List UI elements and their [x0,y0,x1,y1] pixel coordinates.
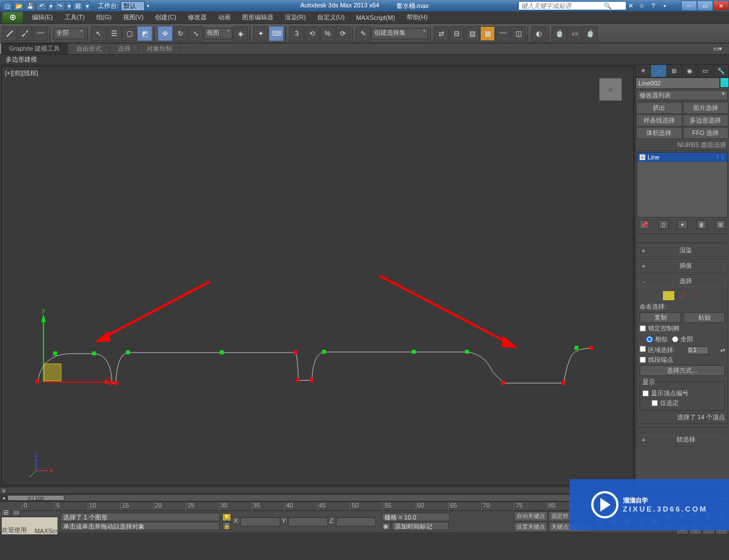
ribbon-tab-graphite[interactable]: Graphite 建模工具 [0,43,68,54]
stack-item-menu-icon[interactable]: ⋮⋮ [715,154,725,160]
align-icon[interactable]: ⊟ [449,26,464,41]
render-setup-icon[interactable]: 🍵 [552,26,567,41]
application-button[interactable]: ⦿ [2,12,23,23]
motion-tab-icon[interactable]: ◉ [682,65,698,77]
spline-subobj-icon[interactable]: 〰 [690,291,702,300]
nurbs-surf-sel[interactable]: NURBS 曲面选择 [636,140,728,151]
menu-customize[interactable]: 自定义(U) [312,12,350,23]
mirror-icon[interactable]: ⇄ [434,26,449,41]
region-select-row[interactable]: 区域选择: 0.1▴▾ [640,346,725,354]
expand-icon[interactable]: + [640,154,645,160]
menu-modifiers[interactable]: 修改器 [182,12,212,23]
time-slider-thumb[interactable]: 0 / 100 [7,495,64,501]
snap-toggle-icon[interactable]: 3 [289,26,304,41]
region-spinner[interactable]: 0.1 [687,346,708,354]
help-menu-icon[interactable]: ▾ [660,1,669,10]
ribbon-tab-freeform[interactable]: 自由形式 [68,43,110,54]
link-icon[interactable] [2,26,17,41]
close-button[interactable]: ✕ [713,1,729,11]
material-editor-icon[interactable]: ◐ [531,26,546,41]
mod-btn-extrude[interactable]: 挤出 [636,102,682,114]
lock-icon[interactable]: 🔒 [222,522,231,530]
menu-views[interactable]: 视图(V) [117,12,150,23]
schematic-view-icon[interactable]: ◫ [511,26,526,41]
menu-animation[interactable]: 动画 [212,12,236,23]
hierarchy-tab-icon[interactable]: ⊞ [667,65,682,77]
paste-button[interactable]: 粘贴 [683,312,725,323]
menu-rendering[interactable]: 渲染(R) [279,12,312,23]
maximize-button[interactable]: ▭ [697,1,713,11]
rotate-icon[interactable]: ↻ [173,26,188,41]
segment-subobj-icon[interactable]: ╱ [677,291,688,300]
keyfilter-combo[interactable]: 选定对 [548,511,571,521]
infocenter-search-icon[interactable]: 🔍 [603,1,612,10]
window-crossing-icon[interactable]: ◩ [137,26,152,41]
mini-listener[interactable]: 欢迎使用MAXScr [1,517,58,535]
ribbon-sub-label[interactable]: 多边形建模 [6,55,37,64]
vertex-subobj-icon[interactable]: ∴ [663,291,674,300]
pin-stack-icon[interactable]: 📌 [639,220,649,229]
mod-btn-volsel[interactable]: 体积选择 [636,127,682,139]
menu-group[interactable]: 组(G) [91,12,117,23]
rollout-hdr-render[interactable]: +渲染 [637,244,727,256]
object-name-input[interactable] [636,77,720,89]
configure-sets-icon[interactable]: ⊞ [715,220,726,229]
qat-save[interactable]: 💾 [25,1,35,10]
qat-redo[interactable]: ↷ [55,1,65,10]
show-vertex-num-checkbox[interactable]: 显示顶点编号 [642,389,722,398]
move-icon[interactable]: ✥ [158,26,173,41]
lock-selection-icon[interactable]: 💡 [222,513,231,521]
render-frame-icon[interactable]: ▭ [567,26,582,41]
spinner-snap-icon[interactable]: ⟳ [335,26,350,41]
menu-tools[interactable]: 工具(T) [59,12,91,23]
unlink-icon[interactable] [18,26,32,41]
rollout-hdr-soft[interactable]: +软选择 [637,434,727,445]
modifier-list-combo[interactable]: 修改器列表 [637,90,728,100]
make-unique-icon[interactable]: ✦ [677,220,687,229]
layers-icon[interactable]: ▤ [465,26,480,41]
menu-maxscript[interactable]: MAXScript(M) [350,13,400,22]
object-color-swatch[interactable] [720,77,729,88]
remove-mod-icon[interactable]: 🗑 [697,220,707,229]
all-radio[interactable]: 全部 [672,335,693,344]
graphite-ribbon-icon[interactable]: ▦ [480,26,495,41]
time-tag-icon[interactable]: ◉ [382,522,391,530]
rollout-hdr-interp[interactable]: +插值 [637,260,727,272]
curve-editor-icon[interactable]: 〰 [495,26,510,41]
favorite-icon[interactable]: ☆ [637,1,646,10]
ribbon-tab-selection[interactable]: 选择 [110,43,139,54]
named-selset-combo[interactable]: 创建选择集 [371,28,428,39]
select-by-button[interactable]: 选择方式... [640,365,725,376]
menu-edit[interactable]: 编辑(E) [26,12,59,23]
coord-z-input[interactable] [336,517,376,526]
selected-only-checkbox[interactable]: 仅选定 [642,399,722,407]
render-icon[interactable]: 🍵 [583,26,597,41]
display-tab-icon[interactable]: ▭ [698,65,713,77]
qat-undo-menu[interactable]: ▾ [48,1,54,10]
rollout-hdr-select[interactable]: -选择 [637,275,727,287]
ribbon-tab-objectpaint[interactable]: 对象绘制 [139,43,181,54]
coord-y-input[interactable] [288,517,328,526]
mod-btn-polysel[interactable]: 多边形选择 [683,115,729,126]
show-end-result-icon[interactable]: ▯ [658,220,669,229]
menu-help[interactable]: 帮助(H) [401,12,433,23]
modify-tab-icon[interactable]: ⟋ [651,65,666,77]
edit-selset-icon[interactable]: ✎ [356,26,371,41]
bind-spacewarp-icon[interactable]: 〰 [33,26,48,41]
create-tab-icon[interactable]: ✳ [636,65,651,77]
transform-gizmo[interactable]: y x [41,306,112,384]
selection-filter-combo[interactable]: 全部 [54,28,85,39]
mod-btn-patchsel[interactable]: 面片选择 [683,102,729,114]
autokey-button[interactable]: 自动关键点 [514,511,548,521]
stack-item-line[interactable]: + Line ⋮⋮ [637,153,727,162]
lock-handles-checkbox[interactable]: 锁定控制柄 [640,324,725,333]
scale-icon[interactable]: ⤡ [189,26,203,41]
scroll-left-icon[interactable]: ◂ [0,487,7,494]
mod-btn-ffdsel[interactable]: FFD 选择 [683,127,729,139]
subscription-icon[interactable]: ✦ [615,1,624,10]
qat-new[interactable]: ◻ [2,1,13,10]
pivot-center-icon[interactable]: ◈ [233,26,248,41]
copy-button[interactable]: 复制 [640,312,681,323]
menu-create[interactable]: 创建(C) [149,12,182,23]
modifier-stack[interactable]: + Line ⋮⋮ [637,152,728,218]
